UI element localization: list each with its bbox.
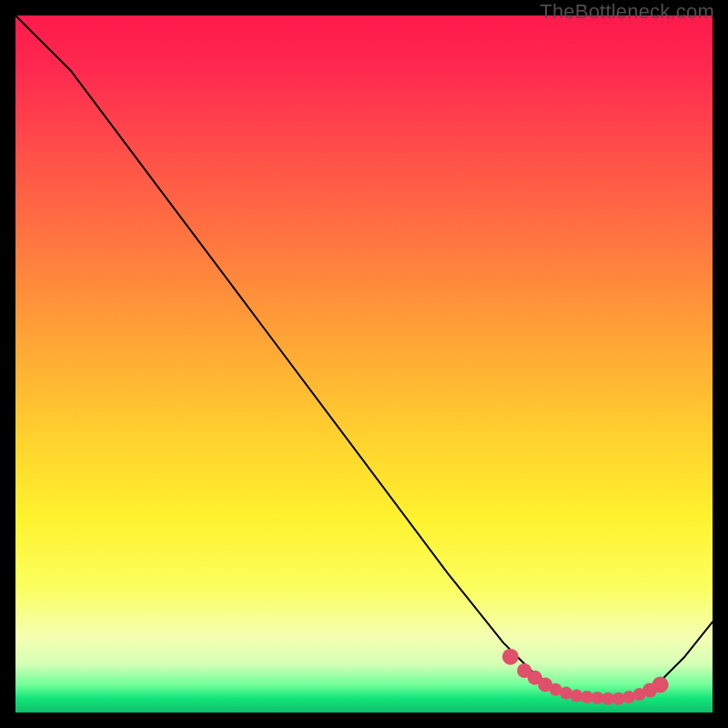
marker-dot	[652, 676, 669, 693]
main-curve-path	[15, 15, 713, 699]
chart-svg	[15, 15, 713, 713]
chart-frame: TheBottleneck.com	[0, 0, 728, 728]
watermark-text: TheBottleneck.com	[540, 0, 714, 24]
marker-dot	[502, 649, 519, 665]
marker-cluster	[502, 649, 669, 705]
